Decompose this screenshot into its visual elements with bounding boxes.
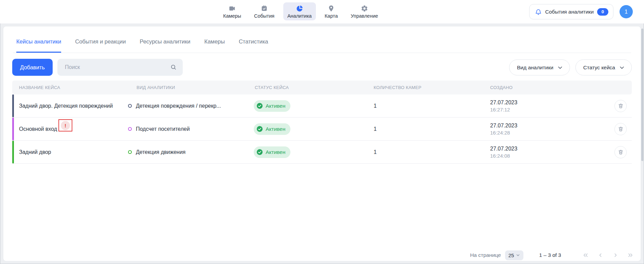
case-name: Основной вход (19, 126, 57, 132)
delete-button[interactable] (614, 100, 627, 112)
column-header-analytics-type: ВИД АНАЛИТИКИ (137, 81, 175, 94)
analytics-type-label: Детекция движения (136, 149, 185, 155)
table-row[interactable]: Задний двор Детекция движения Активен 1 … (12, 141, 632, 164)
double-chevron-left-icon (582, 252, 589, 259)
chevron-down-icon (557, 65, 563, 70)
column-header-created: СОЗДАНО (490, 81, 513, 94)
camera-icon (229, 4, 236, 13)
tab-analytics-cases[interactable]: Кейсы аналитики (16, 38, 61, 53)
per-page-label: На странице (470, 252, 501, 258)
status-badge: Активен (254, 146, 290, 158)
double-chevron-right-icon (627, 252, 634, 259)
prev-page-button[interactable] (597, 252, 604, 259)
main-nav: Камеры События Аналитика Карта (219, 2, 382, 20)
tabs-divider (13, 53, 631, 53)
per-page-select[interactable]: 25 (505, 250, 524, 260)
error-exclamation-icon: ! (61, 121, 70, 130)
created-time: 16:24:28 (490, 130, 517, 136)
tab-cameras[interactable]: Камеры (204, 38, 225, 53)
tab-statistics[interactable]: Статистика (239, 38, 268, 53)
row-accent-bar (12, 118, 14, 140)
status-badge: Активен (254, 123, 290, 135)
per-page-value: 25 (508, 252, 514, 258)
status-label: Активен (266, 126, 285, 132)
user-avatar[interactable]: 1 (620, 5, 633, 18)
events-button-label: События аналитики (545, 9, 594, 15)
top-bar: Камеры События Аналитика Карта (0, 0, 644, 23)
camera-count: 1 (374, 149, 377, 155)
scrollbar-thumb[interactable] (641, 29, 643, 161)
analytics-type-label: Детекция повреждения / перекр... (136, 103, 221, 109)
map-pin-icon (327, 4, 335, 13)
pagination-bar: На странице 25 1 – 3 of 3 (470, 250, 634, 260)
table-row[interactable]: Задний двор. Детекция повреждений Детекц… (12, 94, 632, 118)
error-highlight-box: ! (58, 119, 72, 131)
nav-item-analytics[interactable]: Аналитика (283, 2, 316, 20)
table-header: НАЗВАНИЕ КЕЙСА ВИД АНАЛИТИКИ СТАТУС КЕЙС… (12, 81, 632, 94)
status-label: Активен (266, 103, 285, 109)
column-header-case-name: НАЗВАНИЕ КЕЙСА (19, 81, 60, 94)
created-cell: 27.07.2023 16:27:12 (490, 100, 517, 112)
tab-events-reactions[interactable]: События и реакции (75, 38, 126, 53)
first-page-button[interactable] (582, 252, 589, 259)
add-button[interactable]: Добавить (12, 59, 53, 76)
filter-case-status-dropdown[interactable]: Статус кейса (575, 59, 632, 75)
nav-item-events[interactable]: События (250, 2, 279, 20)
last-page-button[interactable] (627, 252, 634, 259)
created-cell: 27.07.2023 16:24:28 (490, 123, 517, 136)
created-cell: 27.07.2023 16:24:08 (490, 146, 517, 159)
gear-icon (361, 4, 368, 13)
content-card: Кейсы аналитики События и реакции Ресурс… (3, 27, 641, 261)
app-window: Камеры События Аналитика Карта (0, 0, 644, 264)
analytics-events-button[interactable]: События аналитики 0 (529, 4, 613, 19)
search-box (57, 59, 183, 76)
nav-label: События (254, 13, 274, 19)
table-row[interactable]: Основной вход ! Подсчет посетителей Акти… (12, 118, 632, 141)
created-date: 27.07.2023 (490, 100, 517, 106)
delete-button[interactable] (614, 146, 627, 158)
chevron-right-icon (612, 252, 619, 259)
calendar-check-icon (261, 4, 268, 13)
row-accent-bar (12, 94, 14, 117)
analytics-type-label: Подсчет посетителей (136, 126, 190, 132)
search-input[interactable] (57, 59, 183, 76)
nav-label: Камеры (223, 13, 241, 19)
topbar-right: События аналитики 0 1 (529, 4, 633, 19)
range-text: 1 – 3 of 3 (539, 252, 561, 258)
nav-item-management[interactable]: Управление (346, 2, 382, 20)
pie-chart-icon (296, 4, 303, 13)
filter-label: Вид аналитики (517, 65, 553, 71)
check-circle-icon (256, 126, 263, 132)
status-label: Активен (266, 149, 285, 155)
tab-analytics-resources[interactable]: Ресурсы аналитики (140, 38, 190, 53)
column-header-camera-count: КОЛИЧЕСТВО КАМЕР (374, 81, 422, 94)
nav-label: Аналитика (287, 13, 312, 19)
nav-label: Управление (351, 13, 378, 19)
chevron-left-icon (597, 252, 604, 259)
nav-label: Карта (325, 13, 338, 19)
created-time: 16:24:08 (490, 153, 517, 159)
next-page-button[interactable] (612, 252, 619, 259)
nav-item-map[interactable]: Карта (321, 2, 342, 20)
filter-analytics-type-dropdown[interactable]: Вид аналитики (509, 59, 570, 75)
analytics-type-ring-icon (128, 150, 132, 154)
trash-icon (618, 103, 624, 109)
tab-bar: Кейсы аналитики События и реакции Ресурс… (16, 38, 268, 53)
toolbar-filters: Вид аналитики Статус кейса (509, 59, 632, 75)
events-count-badge: 0 (597, 8, 608, 16)
delete-button[interactable] (614, 123, 627, 135)
pager (582, 252, 634, 259)
analytics-type-ring-icon (128, 127, 132, 131)
analytics-type-cell: Подсчет посетителей (128, 126, 190, 132)
nav-item-cameras[interactable]: Камеры (219, 2, 245, 20)
case-name: Задний двор (19, 149, 51, 155)
analytics-type-ring-icon (128, 104, 132, 108)
filter-label: Статус кейса (583, 65, 615, 71)
row-accent-bar (12, 141, 14, 163)
search-icon[interactable] (170, 64, 177, 72)
created-date: 27.07.2023 (490, 123, 517, 129)
toolbar-left: Добавить (12, 59, 183, 76)
trash-icon (618, 149, 624, 155)
check-circle-icon (256, 103, 263, 109)
status-badge: Активен (254, 100, 290, 112)
